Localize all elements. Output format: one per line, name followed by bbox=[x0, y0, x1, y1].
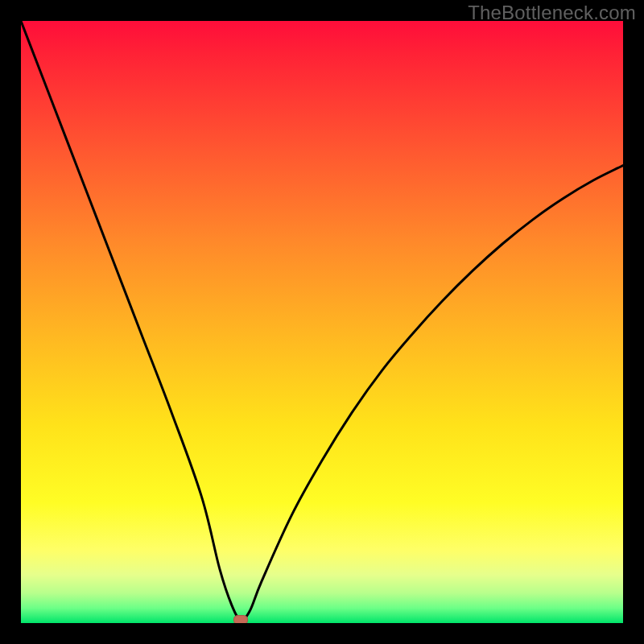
plot-area bbox=[21, 21, 623, 623]
optimal-marker bbox=[233, 615, 248, 624]
chart-frame: TheBottleneck.com bbox=[0, 0, 644, 644]
watermark-text: TheBottleneck.com bbox=[468, 2, 636, 24]
bottleneck-curve bbox=[21, 21, 623, 623]
